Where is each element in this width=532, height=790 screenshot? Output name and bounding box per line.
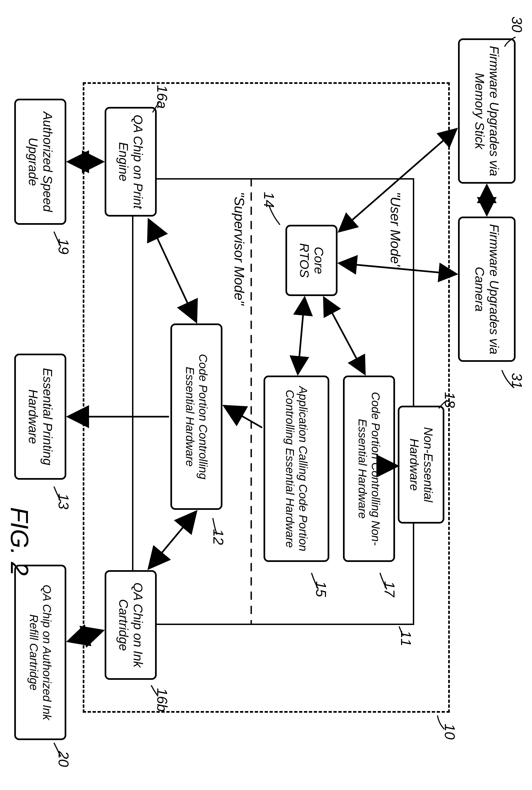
- svg-line-27: [149, 511, 196, 569]
- diagram-stage: "User Mode" "Supervisor Mode" Firmware U…: [0, 0, 532, 790]
- svg-line-25: [224, 406, 262, 428]
- connectors-clean: [0, 0, 532, 790]
- svg-line-26: [149, 219, 196, 322]
- rotated-canvas: "User Mode" "Supervisor Mode" Firmware U…: [0, 0, 532, 790]
- svg-line-30: [68, 630, 103, 641]
